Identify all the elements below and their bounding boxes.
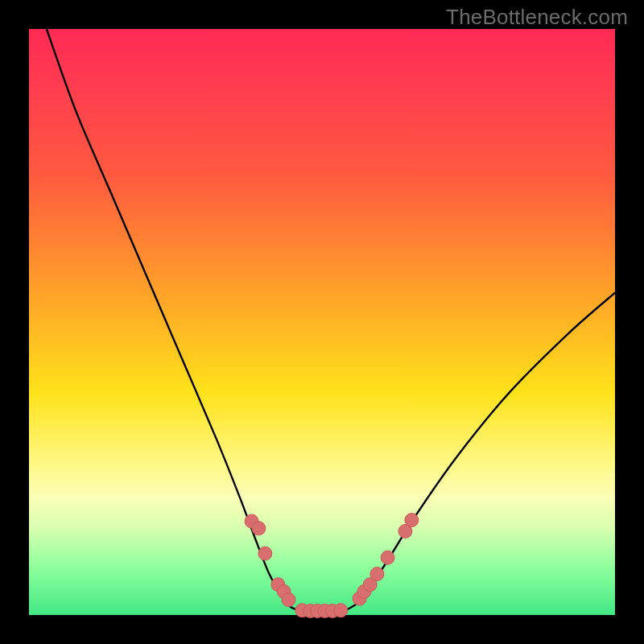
data-marker xyxy=(252,522,266,535)
bottleneck-curve xyxy=(47,29,615,612)
marker-group xyxy=(245,514,419,618)
chart-frame: TheBottleneck.com xyxy=(0,0,644,644)
data-marker xyxy=(405,514,419,527)
data-marker xyxy=(381,551,394,564)
data-marker xyxy=(370,568,384,581)
plot-area xyxy=(29,29,615,615)
data-marker xyxy=(334,604,348,617)
chart-svg xyxy=(29,29,615,615)
data-marker xyxy=(258,547,272,560)
watermark-text: TheBottleneck.com xyxy=(446,5,628,30)
data-marker xyxy=(282,593,295,607)
